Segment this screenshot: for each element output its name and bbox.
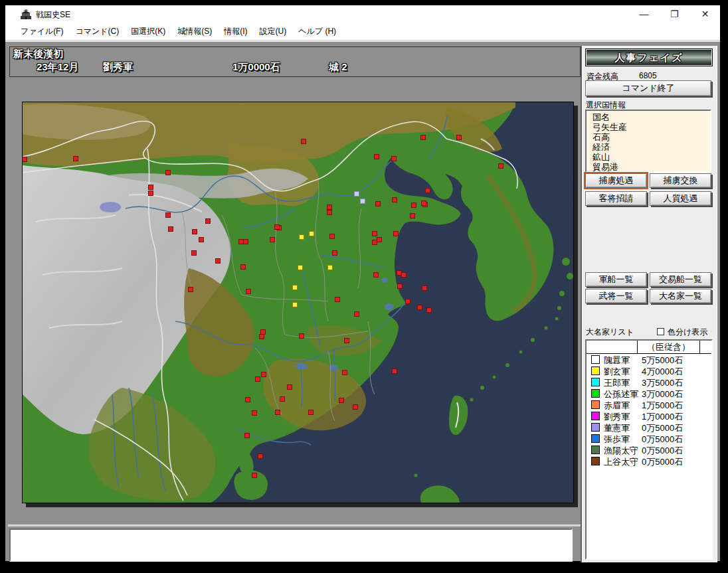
- city-marker-red[interactable]: [192, 251, 197, 256]
- menu-item-3[interactable]: 城情報(S): [171, 23, 218, 40]
- city-marker-red[interactable]: [426, 189, 430, 193]
- city-marker-yellow[interactable]: [328, 266, 333, 270]
- action-button-0[interactable]: 捕虜処遇: [585, 173, 647, 188]
- daimyo-row-1[interactable]: 劉玄軍4万0000石: [587, 365, 711, 376]
- city-marker-red[interactable]: [393, 198, 397, 203]
- city-marker-red[interactable]: [270, 238, 275, 242]
- city-marker-red[interactable]: [252, 473, 257, 478]
- city-marker-red[interactable]: [418, 305, 422, 310]
- city-marker-red[interactable]: [256, 377, 260, 382]
- city-marker-red[interactable]: [23, 157, 27, 162]
- city-marker-red[interactable]: [258, 454, 263, 459]
- city-marker-red[interactable]: [252, 411, 257, 416]
- city-marker-red[interactable]: [262, 372, 266, 377]
- city-marker-red[interactable]: [375, 155, 379, 159]
- city-marker-red[interactable]: [309, 410, 314, 415]
- city-marker-yellow[interactable]: [310, 232, 314, 236]
- daimyo-row-6[interactable]: 董憲軍0万5000石: [587, 422, 711, 433]
- daimyo-row-8[interactable]: 漁陽太守0万5000石: [587, 444, 711, 455]
- city-marker-red[interactable]: [206, 219, 211, 224]
- city-marker-red[interactable]: [276, 410, 280, 415]
- city-marker-red[interactable]: [166, 171, 171, 175]
- city-marker-red[interactable]: [422, 201, 426, 206]
- list-button-2[interactable]: 武将一覧: [585, 289, 647, 303]
- city-marker-red[interactable]: [410, 214, 415, 218]
- menu-item-1[interactable]: コマンド(C): [69, 23, 125, 40]
- action-button-3[interactable]: 人質処遇: [650, 191, 711, 206]
- city-marker-yellow[interactable]: [293, 286, 298, 290]
- city-marker-red[interactable]: [261, 330, 266, 335]
- menu-item-0[interactable]: ファイル(F): [15, 23, 69, 40]
- city-marker-red[interactable]: [244, 240, 248, 244]
- city-marker-red[interactable]: [427, 308, 432, 313]
- city-marker-red[interactable]: [280, 397, 285, 402]
- selected-country-listbox[interactable]: 国名弓矢生産石高経済鉱山貿易港: [585, 110, 711, 173]
- list-button-1[interactable]: 交易船一覧: [650, 272, 711, 287]
- color-display-checkbox[interactable]: [657, 328, 664, 335]
- city-marker-red[interactable]: [199, 238, 204, 242]
- end-command-button[interactable]: コマンド終了: [585, 80, 711, 96]
- city-marker-red[interactable]: [343, 370, 347, 375]
- city-marker-red[interactable]: [193, 230, 197, 234]
- china-terrain-map[interactable]: [23, 102, 573, 503]
- daimyo-listbox[interactable]: （臣従含） 隗囂軍5万5000石劉玄軍4万0000石王郎軍3万5000石公孫述軍…: [585, 339, 713, 560]
- minimize-button[interactable]: —: [629, 5, 659, 23]
- city-marker-red[interactable]: [327, 205, 332, 210]
- city-marker-red[interactable]: [241, 265, 246, 270]
- city-marker-yellow[interactable]: [300, 235, 304, 240]
- city-marker-red[interactable]: [189, 287, 193, 292]
- city-marker-red[interactable]: [422, 286, 427, 291]
- city-marker-red[interactable]: [373, 232, 377, 236]
- city-marker-red[interactable]: [499, 164, 503, 169]
- list-button-3[interactable]: 大名家一覧: [650, 289, 711, 303]
- city-marker-red[interactable]: [345, 339, 349, 343]
- city-marker-yellow[interactable]: [298, 266, 303, 270]
- city-marker-red[interactable]: [335, 297, 340, 302]
- map-viewport[interactable]: [22, 102, 574, 503]
- city-marker-light[interactable]: [361, 199, 365, 204]
- city-marker-red[interactable]: [355, 312, 359, 317]
- city-marker-red[interactable]: [397, 271, 402, 276]
- city-marker-red[interactable]: [260, 335, 264, 339]
- city-marker-red[interactable]: [330, 234, 335, 239]
- city-marker-red[interactable]: [402, 273, 407, 278]
- daimyo-row-7[interactable]: 張歩軍0万5000石: [587, 433, 711, 444]
- maximize-button[interactable]: ❐: [660, 5, 689, 23]
- city-marker-red[interactable]: [288, 385, 292, 390]
- city-marker-red[interactable]: [353, 405, 358, 410]
- city-marker-red[interactable]: [376, 202, 381, 206]
- menu-item-4[interactable]: 情報(I): [218, 23, 253, 40]
- daimyo-row-9[interactable]: 上谷太守0万5000石: [587, 455, 711, 467]
- city-marker-yellow[interactable]: [293, 303, 298, 307]
- daimyo-row-2[interactable]: 王郎軍3万5000石: [587, 376, 711, 388]
- city-marker-red[interactable]: [392, 157, 397, 161]
- daimyo-row-3[interactable]: 公孫述軍3万0000石: [587, 388, 711, 399]
- city-marker-red[interactable]: [394, 232, 399, 236]
- city-marker-red[interactable]: [412, 203, 416, 208]
- menu-item-2[interactable]: 国選択(K): [125, 23, 171, 40]
- city-marker-red[interactable]: [74, 157, 78, 161]
- city-marker-red[interactable]: [239, 240, 244, 244]
- city-marker-red[interactable]: [421, 135, 426, 140]
- city-marker-red[interactable]: [327, 210, 332, 215]
- city-marker-red[interactable]: [406, 299, 410, 304]
- daimyo-row-0[interactable]: 隗囂軍5万5000石: [587, 354, 711, 365]
- city-marker-red[interactable]: [398, 284, 403, 289]
- city-marker-red[interactable]: [169, 227, 173, 232]
- action-button-1[interactable]: 捕虜交換: [650, 173, 711, 188]
- action-button-2[interactable]: 客将招請: [585, 191, 647, 206]
- city-marker-red[interactable]: [302, 139, 306, 144]
- close-button[interactable]: ✕: [690, 5, 720, 23]
- city-marker-light[interactable]: [355, 192, 359, 197]
- city-marker-red[interactable]: [333, 251, 337, 256]
- daimyo-row-4[interactable]: 赤眉軍1万5000石: [587, 399, 711, 410]
- city-marker-red[interactable]: [149, 185, 153, 190]
- city-marker-red[interactable]: [377, 238, 382, 242]
- city-marker-red[interactable]: [166, 213, 171, 218]
- city-marker-red[interactable]: [300, 334, 304, 339]
- city-marker-red[interactable]: [246, 398, 250, 402]
- list-button-0[interactable]: 軍船一覧: [585, 272, 647, 287]
- city-marker-red[interactable]: [246, 289, 251, 294]
- city-marker-red[interactable]: [373, 240, 377, 245]
- daimyo-row-5[interactable]: 劉秀軍1万0000石: [587, 410, 711, 422]
